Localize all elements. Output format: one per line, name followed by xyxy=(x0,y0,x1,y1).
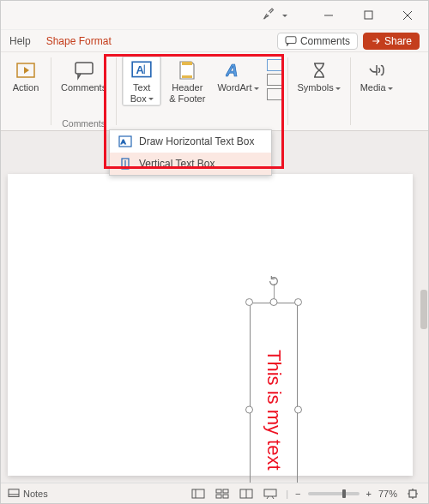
date-time-icon[interactable] xyxy=(267,59,282,71)
action-button[interactable]: Action xyxy=(6,56,45,96)
tab-help[interactable]: Help xyxy=(9,35,31,47)
rotate-handle[interactable] xyxy=(268,275,280,287)
horizontal-text-box-icon: A xyxy=(118,135,132,147)
title-bar xyxy=(1,1,428,30)
group-comments-items: Comments Comments xyxy=(51,52,116,130)
svg-marker-6 xyxy=(24,67,29,74)
svg-rect-1 xyxy=(365,11,372,19)
status-bar: Notes | − + 77% xyxy=(1,483,428,503)
text-extra-col xyxy=(267,59,282,106)
reading-view-button[interactable] xyxy=(238,487,255,501)
svg-rect-23 xyxy=(223,489,228,493)
share-icon xyxy=(371,36,381,46)
fit-to-window-button[interactable] xyxy=(404,487,421,501)
share-label: Share xyxy=(384,35,412,47)
comments-button[interactable]: Comments xyxy=(277,33,358,50)
close-button[interactable] xyxy=(392,3,423,27)
minimize-button[interactable] xyxy=(313,3,344,27)
resize-handle-tr[interactable] xyxy=(294,298,302,306)
comments-label: Comments xyxy=(300,35,350,47)
header-footer-icon xyxy=(175,58,199,82)
scrollbar-thumb[interactable] xyxy=(420,290,427,329)
zoom-percent[interactable]: 77% xyxy=(378,489,397,499)
text-box-dropdown: A Draw Horizontal Text Box Vertical Text… xyxy=(109,129,272,176)
wordart-label: WordArt xyxy=(217,82,258,93)
tab-shape-format[interactable]: Shape Format xyxy=(46,35,112,47)
slide-sorter-button[interactable] xyxy=(214,487,231,501)
svg-rect-4 xyxy=(286,36,296,43)
horizontal-label: Draw Horizontal Text Box xyxy=(139,135,255,147)
action-icon xyxy=(14,58,38,82)
text-box-button[interactable]: A Text Box xyxy=(122,56,161,106)
svg-rect-18 xyxy=(9,489,19,496)
draw-horizontal-text-box[interactable]: A Draw Horizontal Text Box xyxy=(110,130,271,153)
text-content: This is my text xyxy=(253,306,294,504)
slide[interactable] xyxy=(8,174,413,476)
text-box-label: Text Box xyxy=(130,82,154,104)
header-footer-label: Header & Footer xyxy=(169,82,205,104)
svg-rect-25 xyxy=(223,495,228,498)
group-action: Action xyxy=(1,52,51,130)
svg-rect-7 xyxy=(76,63,93,74)
svg-rect-11 xyxy=(182,62,192,65)
wordart-button[interactable]: A WordArt xyxy=(213,56,263,106)
media-icon xyxy=(365,58,389,82)
svg-text:A: A xyxy=(121,138,126,146)
comments-icon xyxy=(285,36,297,46)
wordart-icon: A xyxy=(226,58,250,82)
zoom-in-button[interactable]: + xyxy=(366,489,372,499)
text-box-icon: A xyxy=(130,58,154,82)
symbols-icon xyxy=(307,58,331,82)
ribbon: Action Comments Comments A Text Box Head… xyxy=(1,52,428,131)
notes-icon xyxy=(8,489,20,499)
group-comments-label: Comments xyxy=(62,118,106,129)
object-icon[interactable] xyxy=(267,88,282,100)
selected-text-box[interactable]: This is my text xyxy=(250,303,298,504)
symbols-label: Symbols xyxy=(298,82,341,93)
slide-canvas-area: This is my text xyxy=(1,131,428,483)
resize-handle-tl[interactable] xyxy=(245,298,253,306)
slideshow-button[interactable] xyxy=(262,487,279,501)
vertical-scrollbar[interactable] xyxy=(420,131,428,483)
vertical-text-box-icon xyxy=(118,158,132,170)
maximize-button[interactable] xyxy=(353,3,384,27)
svg-rect-12 xyxy=(182,75,192,78)
normal-view-button[interactable] xyxy=(190,487,207,501)
svg-rect-28 xyxy=(264,489,276,496)
group-text: A Text Box Header & Footer A WordArt xyxy=(117,52,287,130)
vertical-text-box[interactable]: Vertical Text Box xyxy=(110,153,271,175)
media-button[interactable]: Media xyxy=(356,56,397,96)
slide-number-icon[interactable] xyxy=(267,74,282,86)
resize-handle-l[interactable] xyxy=(245,406,253,414)
svg-text:A: A xyxy=(136,63,145,76)
svg-rect-22 xyxy=(216,489,221,493)
header-footer-button[interactable]: Header & Footer xyxy=(165,56,209,106)
comments-label2: Comments xyxy=(61,82,106,93)
svg-rect-31 xyxy=(409,490,416,497)
zoom-slider[interactable] xyxy=(308,492,360,495)
svg-text:A: A xyxy=(226,61,238,80)
pen-dropdown-icon[interactable] xyxy=(281,9,287,21)
eyedropper-icon[interactable] xyxy=(262,6,277,24)
insert-comment-button[interactable]: Comments xyxy=(57,56,111,96)
action-label: Action xyxy=(13,82,39,93)
ribbon-tabs: Help Shape Format Comments Share xyxy=(1,30,428,52)
notes-button[interactable]: Notes xyxy=(8,489,48,499)
share-button[interactable]: Share xyxy=(363,33,420,50)
vertical-label: Vertical Text Box xyxy=(139,158,215,170)
comment-icon xyxy=(72,58,96,82)
media-label: Media xyxy=(360,82,393,93)
symbols-button[interactable]: Symbols xyxy=(293,56,345,96)
zoom-out-button[interactable]: − xyxy=(295,489,300,499)
resize-handle-t[interactable] xyxy=(270,298,278,306)
svg-rect-24 xyxy=(216,495,221,498)
svg-rect-20 xyxy=(192,489,204,498)
resize-handle-r[interactable] xyxy=(294,406,302,414)
